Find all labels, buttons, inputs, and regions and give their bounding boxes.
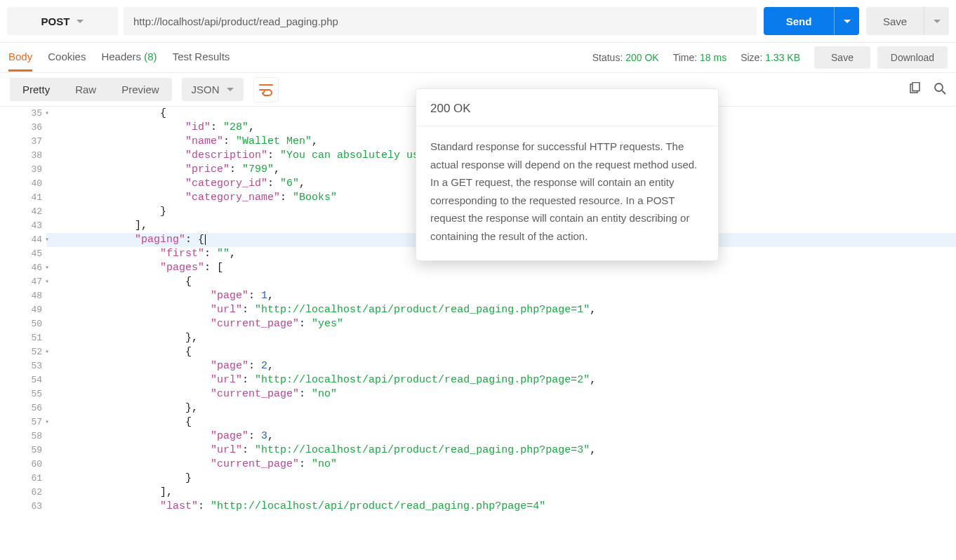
chevron-down-icon (934, 20, 941, 23)
gutter: 3536373839404142434445464748495051525354… (0, 107, 46, 514)
view-preview[interactable]: Preview (109, 78, 171, 101)
tab-headers-count: (8) (144, 51, 157, 62)
save-dropdown[interactable] (924, 7, 949, 35)
tab-body[interactable]: Body (8, 44, 32, 72)
svg-point-2 (935, 84, 943, 91)
svg-rect-1 (912, 83, 920, 91)
view-raw[interactable]: Raw (62, 78, 109, 101)
svg-line-3 (942, 91, 945, 94)
format-select[interactable]: JSON (182, 78, 244, 101)
chevron-down-icon (77, 20, 84, 23)
send-dropdown[interactable] (834, 7, 859, 35)
editor-right-icons (908, 82, 946, 97)
chevron-down-icon (844, 20, 851, 23)
status-tooltip: 200 OK Standard response for successful … (416, 88, 719, 261)
url-input[interactable] (124, 7, 757, 35)
download-button[interactable]: Download (877, 46, 948, 69)
response-actions: Save Download (814, 46, 948, 69)
wrap-lines-button[interactable] (253, 77, 279, 102)
save-button[interactable]: Save (866, 7, 924, 35)
status[interactable]: Status: 200 OK (592, 52, 659, 63)
tooltip-body: Standard response for successful HTTP re… (416, 126, 718, 260)
tab-cookies[interactable]: Cookies (48, 44, 86, 72)
method-label: POST (41, 15, 70, 27)
send-button-group: Send (764, 7, 859, 35)
response-meta: Status: 200 OK Time: 18 ms Size: 1.33 KB (592, 52, 800, 63)
request-bar: POST Send Save (0, 0, 956, 42)
time: Time: 18 ms (673, 52, 727, 63)
wrap-icon (259, 84, 273, 96)
tab-headers[interactable]: Headers (8) (101, 44, 157, 72)
response-save-button[interactable]: Save (814, 46, 870, 69)
search-icon[interactable] (934, 82, 946, 97)
response-tabs: Body Cookies Headers (8) Test Results (8, 44, 230, 72)
format-label: JSON (192, 84, 220, 95)
tab-test-results[interactable]: Test Results (173, 44, 230, 72)
tooltip-title: 200 OK (416, 89, 718, 126)
view-pretty[interactable]: Pretty (10, 78, 62, 101)
send-button[interactable]: Send (764, 7, 834, 35)
chevron-down-icon (227, 88, 234, 91)
method-select[interactable]: POST (7, 7, 118, 35)
view-mode-group: Pretty Raw Preview (10, 78, 172, 101)
size: Size: 1.33 KB (741, 52, 800, 63)
response-header: Body Cookies Headers (8) Test Results St… (0, 42, 956, 73)
save-button-group: Save (866, 7, 949, 35)
copy-icon[interactable] (908, 82, 921, 97)
tab-headers-label: Headers (101, 51, 141, 62)
